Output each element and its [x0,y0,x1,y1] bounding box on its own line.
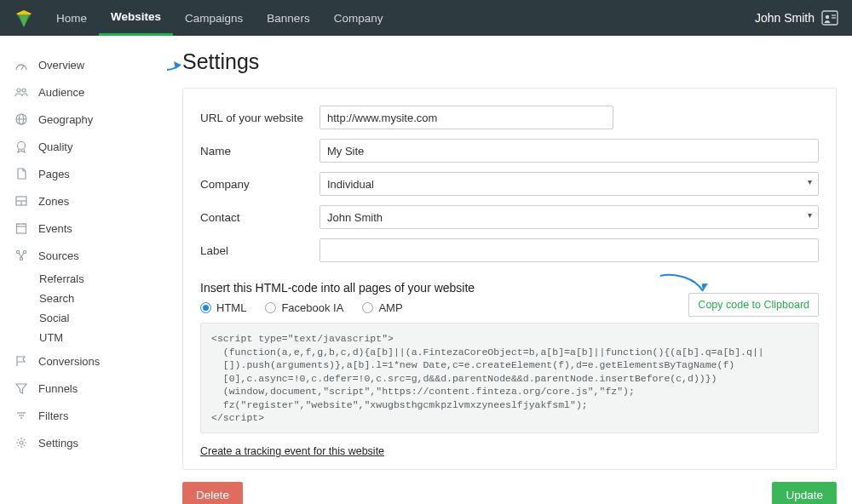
sidebar-item-label: Events [38,222,72,235]
sidebar-item-sources[interactable]: Sources [0,242,167,269]
nav-banners[interactable]: Banners [255,0,321,36]
sidebar-item-geography[interactable]: Geography [0,106,167,133]
nav-campaigns[interactable]: Campaigns [173,0,255,36]
top-navbar: Home Websites Campaigns Banners Company … [0,0,852,36]
code-tab-label: HTML [216,301,246,314]
sidebar-item-label: Geography [38,113,93,126]
sidebar-item-label: Audience [38,86,84,99]
name-label: Name [200,145,320,158]
update-button[interactable]: Update [772,482,837,504]
svg-point-27 [20,441,23,444]
sidebar-item-filters[interactable]: Filters [0,402,167,429]
sidebar-item-conversions[interactable]: Conversions [0,347,167,375]
radio-icon [265,302,276,313]
brand-logo [14,8,34,28]
sidebar-item-audience[interactable]: Audience [0,78,167,106]
sidebar-item-settings[interactable]: Settings [0,429,167,456]
sidebar-item-label: Sources [38,249,79,262]
svg-marker-28 [174,61,181,69]
globe-icon [14,112,29,127]
code-snippet-box[interactable]: <script type="text/javascript"> (functio… [200,323,819,433]
svg-point-8 [17,89,20,92]
svg-point-13 [18,142,26,150]
zones-icon [14,193,29,209]
sidebar-item-events[interactable]: Events [0,215,167,242]
main-content: Settings URL of your website Name Compan… [167,36,852,504]
svg-point-9 [22,89,26,92]
name-input[interactable] [320,139,819,163]
company-label: Company [200,178,320,191]
create-tracking-event-link[interactable]: Create a tracking event for this website [200,445,384,457]
sidebar-sub-search[interactable]: Search [0,289,167,308]
nav-websites[interactable]: Websites [99,0,173,36]
gauge-icon [14,57,29,72]
sidebar-item-zones[interactable]: Zones [0,187,167,215]
company-select[interactable] [320,172,819,196]
copy-code-button[interactable]: Copy code to Clipboard [688,293,819,317]
label-label: Label [200,244,320,257]
radio-icon [362,302,373,313]
sidebar-item-pages[interactable]: Pages [0,160,167,187]
filter-icon [14,408,29,423]
nav-home[interactable]: Home [44,0,99,36]
svg-point-23 [20,257,22,260]
sidebar-item-quality[interactable]: Quality [0,133,167,160]
svg-point-4 [826,15,829,19]
code-tab-html[interactable]: HTML [200,301,246,314]
sidebar-item-funnels[interactable]: Funnels [0,375,167,402]
primary-nav: Home Websites Campaigns Banners Company [44,0,394,36]
sidebar-item-label: Funnels [38,382,78,395]
sidebar-item-label: Filters [38,410,68,422]
sidebar-item-label: Overview [38,59,84,72]
url-input[interactable] [320,106,613,129]
user-card-icon [821,10,838,26]
code-tab-facebook-ia[interactable]: Facebook IA [265,301,343,314]
settings-card: URL of your website Name Company Contact… [182,88,837,470]
contact-select[interactable] [320,205,819,229]
user-name-label: John Smith [755,11,815,25]
sidebar-item-label: Conversions [38,355,100,368]
sidebar-item-label: Zones [38,195,69,208]
sidebar-item-label: Pages [38,168,70,180]
funnel-icon [14,381,29,396]
code-tab-label: AMP [378,301,402,314]
sidebar-item-label: Quality [38,140,72,153]
sidebar-item-label: Settings [38,437,78,450]
sidebar-sub-utm[interactable]: UTM [0,328,167,347]
code-section: Insert this HTML-code into all pages of … [200,281,819,457]
svg-line-7 [21,66,24,70]
url-label: URL of your website [200,112,320,124]
contact-label: Contact [200,211,320,224]
sidebar-sub-social[interactable]: Social [0,308,167,328]
user-menu[interactable]: John Smith [755,10,843,26]
nav-company[interactable]: Company [322,0,395,36]
audience-icon [14,84,29,100]
label-input[interactable] [320,238,819,262]
page-icon [14,166,29,181]
quality-icon [14,139,29,154]
sources-icon [14,248,29,263]
svg-rect-17 [17,224,26,233]
code-tab-label: Facebook IA [281,301,343,314]
calendar-icon [14,220,29,236]
delete-button[interactable]: Delete [182,482,243,504]
sidebar-sub-referrals[interactable]: Referrals [0,269,167,289]
footer-buttons: Delete Update [182,482,837,504]
sidebar: Overview Audience Geography Quality Page… [0,36,167,504]
flag-icon [14,353,29,369]
code-tab-amp[interactable]: AMP [362,301,402,314]
radio-icon [200,302,211,313]
gear-icon [14,435,29,450]
sidebar-item-overview[interactable]: Overview [0,51,167,78]
page-title: Settings [182,49,837,74]
